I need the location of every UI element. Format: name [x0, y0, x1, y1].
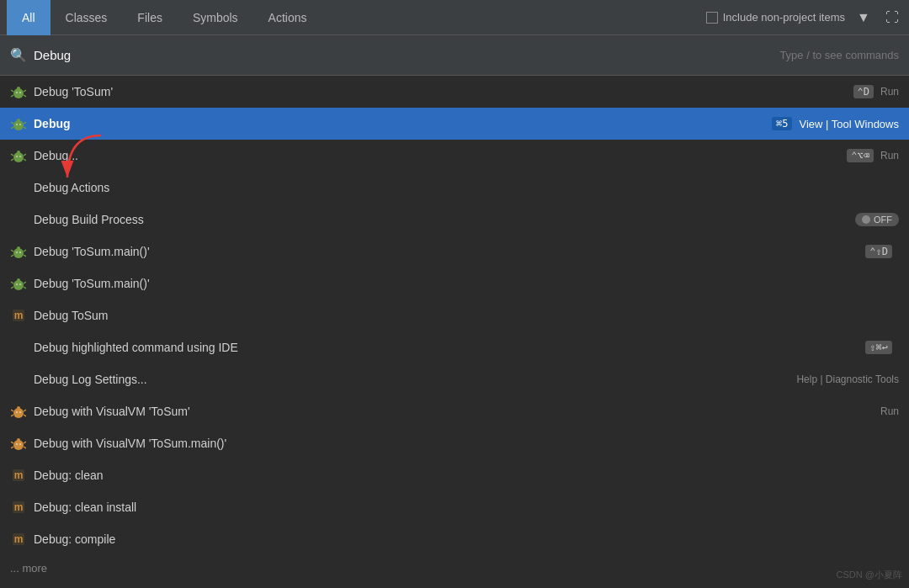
maven-icon: m	[10, 499, 27, 516]
result-text: Debug with VisualVM 'ToSum'	[34, 405, 874, 418]
svg-point-58	[19, 443, 21, 445]
svg-text:m: m	[14, 469, 24, 481]
list-item[interactable]: Debug 'ToSum'⌃DRun	[0, 76, 909, 108]
tab-classes[interactable]: Classes	[50, 0, 123, 35]
svg-text:m: m	[14, 310, 24, 321]
result-text: Debug: compile	[34, 532, 892, 546]
bug-green-icon	[10, 275, 27, 292]
result-text: Debug with VisualVM 'ToSum.main()'	[34, 437, 892, 450]
list-item[interactable]: Debug with VisualVM 'ToSum'Run	[0, 395, 909, 427]
svg-point-6	[16, 92, 18, 93]
list-item[interactable]: m Debug: clean install	[0, 491, 909, 523]
shortcut-label: ⌃D	[853, 85, 874, 98]
svg-point-23	[16, 156, 18, 157]
list-item[interactable]: Debug with VisualVM 'ToSum.main()'	[0, 427, 909, 459]
tab-files[interactable]: Files	[122, 0, 178, 35]
expand-icon[interactable]: ⛶	[882, 8, 902, 28]
svg-point-31	[16, 252, 18, 253]
svg-line-37	[11, 287, 13, 289]
result-text: Debug highlighted command using IDE	[34, 341, 855, 354]
svg-line-27	[11, 250, 13, 252]
svg-line-53	[11, 442, 13, 443]
no-icon	[10, 211, 27, 228]
svg-line-20	[24, 154, 26, 156]
svg-point-15	[19, 124, 21, 125]
search-bar: 🔍 Type / to see commands	[0, 35, 909, 76]
result-text: Debug 'ToSum.main()'	[34, 277, 892, 290]
list-item[interactable]: Debug 'ToSum.main()'	[0, 268, 909, 299]
more-results[interactable]: ... more	[0, 555, 909, 581]
svg-line-3	[24, 90, 26, 92]
svg-point-49	[16, 411, 18, 413]
tab-symbols[interactable]: Symbols	[178, 0, 253, 35]
svg-line-55	[11, 447, 13, 448]
bug-green-icon	[10, 147, 27, 164]
svg-rect-18	[17, 151, 20, 154]
maven-icon: m	[10, 531, 27, 548]
svg-point-24	[19, 156, 21, 157]
tab-actions[interactable]: Actions	[253, 0, 322, 35]
svg-line-4	[11, 95, 13, 97]
search-input[interactable]	[34, 48, 773, 62]
list-item[interactable]: Debug Log Settings...Help | Diagnostic T…	[0, 363, 909, 395]
right-controls: Include non-project items ▼ ⛶	[706, 8, 902, 28]
no-icon	[10, 179, 27, 196]
svg-line-46	[24, 410, 26, 411]
svg-rect-52	[17, 438, 20, 442]
result-text: Debug Build Process	[34, 213, 848, 226]
search-hint: Type / to see commands	[779, 49, 899, 61]
category-label: Run	[880, 86, 899, 98]
result-text: Debug 'ToSum.main()'	[34, 245, 855, 258]
filter-icon[interactable]: ▼	[853, 8, 874, 28]
svg-point-14	[16, 124, 18, 125]
svg-line-11	[24, 122, 26, 124]
svg-rect-9	[17, 119, 20, 122]
list-item[interactable]: Debug Actions	[0, 172, 909, 204]
svg-text:m: m	[14, 533, 24, 545]
svg-point-57	[16, 443, 18, 445]
tab-all[interactable]: All	[7, 0, 50, 35]
svg-line-48	[24, 415, 26, 416]
svg-line-47	[11, 415, 13, 416]
svg-line-2	[11, 90, 13, 92]
watermark: CSDN @小夏阵	[837, 569, 902, 581]
list-item[interactable]: m Debug: compile	[0, 523, 909, 555]
list-item[interactable]: Debug...⌃⌥⌫Run	[0, 140, 909, 172]
list-item[interactable]: Debug highlighted command using IDE⇧⌘↩	[0, 331, 909, 363]
list-item[interactable]: Debug Build Process OFF	[0, 204, 909, 236]
shortcut-label: ⌘5	[772, 117, 792, 130]
maven-icon: m	[10, 467, 27, 484]
list-item[interactable]: Debug 'ToSum.main()'⌃⇧D	[0, 236, 909, 268]
svg-point-50	[19, 411, 21, 413]
svg-line-29	[11, 255, 13, 257]
category-label: Run	[880, 150, 899, 162]
shortcut-label: ⇧⌘↩	[865, 341, 892, 354]
category-label: Run	[880, 405, 899, 417]
bug-orange-icon	[10, 403, 27, 420]
include-non-project-label[interactable]: Include non-project items	[706, 11, 845, 24]
list-item[interactable]: Debug⌘5View | Tool Windows	[0, 108, 909, 140]
svg-point-39	[16, 283, 18, 285]
no-icon	[10, 339, 27, 356]
category-label: Help | Diagnostic Tools	[796, 373, 899, 385]
svg-line-38	[24, 287, 26, 289]
tab-bar: All Classes Files Symbols Actions Includ…	[0, 0, 909, 35]
svg-line-56	[24, 447, 26, 448]
bug-green-icon	[10, 243, 27, 260]
include-non-project-text: Include non-project items	[723, 11, 845, 24]
svg-line-35	[11, 282, 13, 283]
svg-rect-34	[17, 278, 20, 282]
svg-line-45	[11, 410, 13, 411]
svg-point-7	[19, 92, 21, 93]
no-icon	[10, 371, 27, 388]
maven-icon: m	[10, 307, 27, 324]
svg-line-54	[24, 442, 26, 443]
bug-green-icon	[10, 115, 27, 132]
list-item[interactable]: m Debug: clean	[0, 459, 909, 491]
result-text: Debug Log Settings...	[34, 373, 789, 386]
result-text: Debug Actions	[34, 181, 892, 194]
result-text: Debug: clean	[34, 469, 892, 482]
list-item[interactable]: m Debug ToSum	[0, 299, 909, 331]
include-non-project-checkbox[interactable]	[706, 12, 718, 24]
svg-rect-1	[17, 87, 20, 90]
